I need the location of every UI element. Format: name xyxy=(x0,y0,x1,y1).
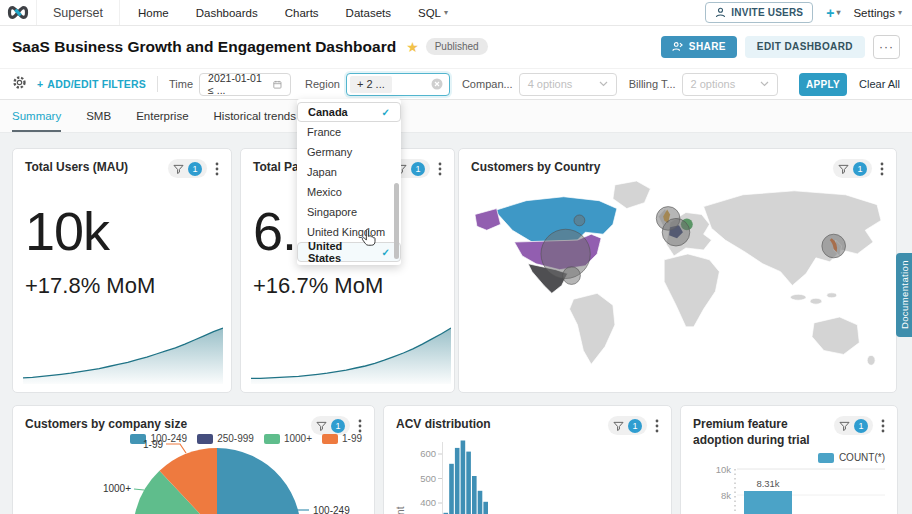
superset-logo-icon[interactable] xyxy=(0,5,36,20)
bar-legend[interactable]: COUNT(*) xyxy=(818,452,885,463)
africa xyxy=(664,254,719,327)
filter-count-badge: 1 xyxy=(411,162,425,176)
region-filter-label: Region xyxy=(305,78,340,90)
svg-text:1000+: 1000+ xyxy=(103,483,131,494)
dropdown-option-canada[interactable]: Canada✓ xyxy=(297,102,401,122)
favorite-star-icon[interactable]: ★ xyxy=(406,39,419,55)
country-alaska[interactable] xyxy=(475,209,501,231)
chevron-down-icon xyxy=(599,81,608,87)
legend-swatch xyxy=(818,453,834,463)
kebab-menu-icon[interactable] xyxy=(881,419,885,433)
greenland xyxy=(613,181,650,209)
kebab-menu-icon[interactable] xyxy=(438,162,442,176)
bubble-canada[interactable] xyxy=(574,215,585,226)
new-zealand xyxy=(867,355,875,365)
funnel-icon xyxy=(173,164,184,174)
check-icon: ✓ xyxy=(382,107,390,118)
trendline-chart xyxy=(251,322,451,384)
filter-indicator-pill[interactable]: 1 xyxy=(833,159,872,178)
trendline-chart xyxy=(23,322,223,384)
nav-item-datasets[interactable]: Datasets xyxy=(346,7,391,19)
card-title: Customers by Country xyxy=(471,159,600,175)
dropdown-option-mexico[interactable]: Mexico xyxy=(297,182,401,202)
dropdown-option-singapore[interactable]: Singapore xyxy=(297,202,401,222)
bubble-japan[interactable] xyxy=(822,234,846,258)
card-premium-feature-adoption: Premium feature adoption during trial 1 … xyxy=(680,405,898,514)
svg-text:count: count xyxy=(396,506,406,514)
invite-users-button[interactable]: INVITE USERS xyxy=(705,2,813,23)
nav-item-home[interactable]: Home xyxy=(138,7,169,19)
more-options-button[interactable]: ··· xyxy=(873,35,900,59)
delta-value: +17.8% MoM xyxy=(25,273,219,299)
card-customers-by-country: Customers by Country 1 xyxy=(458,148,897,393)
scrollbar-thumb[interactable] xyxy=(394,183,399,259)
dropdown-option-united-states[interactable]: United States✓ xyxy=(297,242,401,262)
nav-item-charts[interactable]: Charts xyxy=(285,7,319,19)
premium-bar[interactable] xyxy=(744,491,792,514)
clear-icon[interactable] xyxy=(431,78,443,90)
edit-dashboard-button[interactable]: EDIT DASHBOARD xyxy=(745,36,865,58)
chevron-down-icon: ▾ xyxy=(444,8,448,17)
filter-count-badge: 1 xyxy=(854,419,868,433)
gear-icon[interactable] xyxy=(12,75,27,94)
card-title: Total Users (MAU) xyxy=(25,159,128,175)
dropdown-option-germany[interactable]: Germany xyxy=(297,142,401,162)
company-filter-select[interactable]: 4 options xyxy=(519,73,617,96)
tab-historical-trends[interactable]: Historical trends xyxy=(214,110,296,132)
card-title: Premium feature adoption during trial xyxy=(693,416,834,448)
brand-name[interactable]: Superset xyxy=(36,0,120,25)
tab-smb[interactable]: SMB xyxy=(86,110,111,132)
legend-label: COUNT(*) xyxy=(839,452,885,463)
dashboard-tabs: SummarySMBEnterpriseHistorical trends xyxy=(0,100,912,133)
region-filter-select[interactable]: + 2 ... xyxy=(346,73,450,96)
ellipsis-icon: ··· xyxy=(879,40,894,54)
dashboard-header: SaaS Business Growth and Engagement Dash… xyxy=(0,25,912,68)
dropdown-option-france[interactable]: France xyxy=(297,122,401,142)
delta-value: +16.7% MoM xyxy=(253,273,442,299)
top-navbar: Superset HomeDashboardsChartsDatasetsSQL… xyxy=(0,0,912,26)
svg-text:600: 600 xyxy=(420,448,436,459)
apply-filters-button[interactable]: APPLY xyxy=(799,73,847,96)
time-filter-label: Time xyxy=(169,78,193,90)
clear-all-button[interactable]: Clear All xyxy=(859,78,900,90)
funnel-icon xyxy=(838,164,849,174)
filter-bar: + ADD/EDIT FILTERS Time 2021-01-01 ≤ ...… xyxy=(0,68,912,100)
dropdown-option-japan[interactable]: Japan xyxy=(297,162,401,182)
kebab-menu-icon[interactable] xyxy=(880,162,884,176)
kebab-menu-icon[interactable] xyxy=(215,162,219,176)
filter-indicator-pill[interactable]: 1 xyxy=(168,159,207,178)
chevron-down-icon: ▾ xyxy=(836,8,840,17)
company-filter-label: Compan... xyxy=(462,78,513,90)
island xyxy=(790,294,806,300)
chevron-down-icon xyxy=(760,81,769,87)
bubble-united-states-small[interactable] xyxy=(563,267,581,285)
billing-filter-select[interactable]: 2 options xyxy=(682,73,778,96)
divider xyxy=(157,76,158,92)
nav-item-dashboards[interactable]: Dashboards xyxy=(196,7,258,19)
documentation-tab[interactable]: Documentation xyxy=(896,253,912,337)
published-badge[interactable]: Published xyxy=(426,38,488,55)
bar-chart: 10k 8k 8.31k xyxy=(693,464,887,514)
big-number-value: 10k xyxy=(25,204,219,258)
world-map xyxy=(475,181,881,365)
time-filter-input[interactable]: 2021-01-01 ≤ ... xyxy=(199,73,291,96)
tab-summary[interactable]: Summary xyxy=(12,110,61,132)
dropdown-option-united-kingdom[interactable]: United Kingdom xyxy=(297,222,401,242)
tab-enterprise[interactable]: Enterprise xyxy=(136,110,188,132)
main-nav: HomeDashboardsChartsDatasetsSQL▾ xyxy=(138,7,448,19)
person-icon xyxy=(715,7,726,18)
share-button[interactable]: SHARE xyxy=(661,36,737,58)
svg-text:1-99: 1-99 xyxy=(143,439,163,450)
svg-text:10k: 10k xyxy=(716,464,732,475)
island xyxy=(827,293,837,298)
filter-count-badge: 1 xyxy=(188,162,202,176)
calendar-icon xyxy=(273,79,282,90)
add-edit-filters-button[interactable]: + ADD/EDIT FILTERS xyxy=(37,78,146,90)
settings-menu[interactable]: Settings▾ xyxy=(853,7,902,19)
region-dropdown-menu: Canada✓FranceGermanyJapanMexicoSingapore… xyxy=(297,99,401,265)
bubble-france[interactable] xyxy=(662,218,690,246)
svg-text:500: 500 xyxy=(420,473,436,484)
filter-indicator-pill[interactable]: 1 xyxy=(834,416,873,435)
nav-item-sql[interactable]: SQL▾ xyxy=(418,7,448,19)
new-item-button[interactable]: +▾ xyxy=(826,5,840,21)
